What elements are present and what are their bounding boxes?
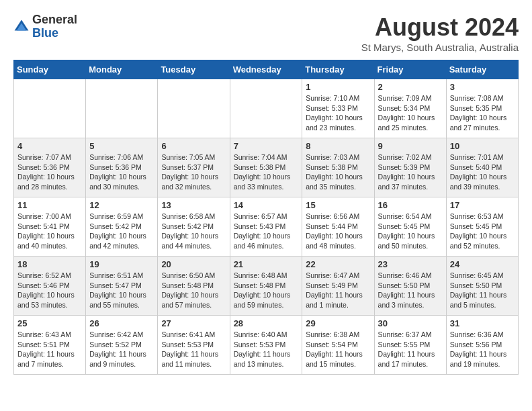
calendar-cell: 3Sunrise: 7:08 AM Sunset: 5:35 PM Daylig… [446, 79, 518, 138]
calendar-week-row: 25Sunrise: 6:43 AM Sunset: 5:51 PM Dayli… [14, 316, 519, 375]
calendar-cell: 19Sunrise: 6:51 AM Sunset: 5:47 PM Dayli… [86, 257, 158, 316]
day-number: 27 [161, 318, 226, 328]
day-info: Sunrise: 7:04 AM Sunset: 5:38 PM Dayligh… [234, 152, 299, 192]
logo: General Blue [13, 13, 77, 40]
title-area: August 2024 St Marys, South Australia, A… [361, 13, 519, 53]
calendar-cell: 18Sunrise: 6:52 AM Sunset: 5:46 PM Dayli… [14, 257, 86, 316]
day-number: 11 [17, 200, 82, 210]
day-number: 25 [17, 318, 82, 328]
day-info: Sunrise: 6:52 AM Sunset: 5:46 PM Dayligh… [17, 271, 82, 310]
location: St Marys, South Australia, Australia [361, 42, 519, 53]
calendar-cell: 21Sunrise: 6:48 AM Sunset: 5:48 PM Dayli… [230, 257, 302, 316]
day-info: Sunrise: 6:51 AM Sunset: 5:47 PM Dayligh… [89, 271, 154, 310]
calendar-cell: 28Sunrise: 6:40 AM Sunset: 5:53 PM Dayli… [230, 316, 302, 375]
day-number: 23 [378, 259, 443, 269]
day-info: Sunrise: 7:05 AM Sunset: 5:37 PM Dayligh… [161, 152, 226, 192]
weekday-header: Friday [374, 60, 446, 79]
day-number: 17 [450, 200, 515, 210]
calendar-table: SundayMondayTuesdayWednesdayThursdayFrid… [13, 60, 519, 375]
calendar-cell [86, 79, 158, 138]
day-number: 14 [234, 200, 299, 210]
weekday-header: Sunday [14, 60, 86, 79]
calendar-cell: 31Sunrise: 6:36 AM Sunset: 5:56 PM Dayli… [446, 316, 518, 375]
weekday-header: Monday [86, 60, 158, 79]
day-info: Sunrise: 6:36 AM Sunset: 5:56 PM Dayligh… [450, 330, 515, 369]
day-info: Sunrise: 6:57 AM Sunset: 5:43 PM Dayligh… [234, 212, 299, 251]
calendar-cell: 20Sunrise: 6:50 AM Sunset: 5:48 PM Dayli… [158, 257, 230, 316]
calendar-cell: 14Sunrise: 6:57 AM Sunset: 5:43 PM Dayli… [230, 197, 302, 257]
day-info: Sunrise: 6:38 AM Sunset: 5:54 PM Dayligh… [306, 330, 370, 369]
calendar-cell: 25Sunrise: 6:43 AM Sunset: 5:51 PM Dayli… [14, 316, 86, 375]
calendar-cell: 12Sunrise: 6:59 AM Sunset: 5:42 PM Dayli… [86, 197, 158, 257]
logo-general: General [32, 13, 77, 27]
calendar-cell: 6Sunrise: 7:05 AM Sunset: 5:37 PM Daylig… [158, 138, 230, 197]
day-info: Sunrise: 6:41 AM Sunset: 5:53 PM Dayligh… [161, 330, 226, 369]
calendar-cell: 22Sunrise: 6:47 AM Sunset: 5:49 PM Dayli… [302, 257, 374, 316]
day-number: 10 [450, 141, 515, 151]
day-info: Sunrise: 6:45 AM Sunset: 5:50 PM Dayligh… [450, 271, 515, 310]
calendar-cell: 11Sunrise: 7:00 AM Sunset: 5:41 PM Dayli… [14, 197, 86, 257]
day-number: 22 [306, 259, 370, 269]
calendar-cell: 7Sunrise: 7:04 AM Sunset: 5:38 PM Daylig… [230, 138, 302, 197]
day-number: 13 [161, 200, 226, 210]
weekday-header: Saturday [446, 60, 518, 79]
day-number: 9 [378, 141, 443, 151]
day-info: Sunrise: 7:02 AM Sunset: 5:39 PM Dayligh… [378, 152, 443, 192]
calendar-cell: 1Sunrise: 7:10 AM Sunset: 5:33 PM Daylig… [302, 79, 374, 138]
day-info: Sunrise: 6:42 AM Sunset: 5:52 PM Dayligh… [89, 330, 154, 369]
calendar-cell: 2Sunrise: 7:09 AM Sunset: 5:34 PM Daylig… [374, 79, 446, 138]
calendar-cell: 27Sunrise: 6:41 AM Sunset: 5:53 PM Dayli… [158, 316, 230, 375]
day-info: Sunrise: 7:03 AM Sunset: 5:38 PM Dayligh… [306, 152, 370, 192]
calendar-week-row: 4Sunrise: 7:07 AM Sunset: 5:36 PM Daylig… [14, 138, 519, 197]
calendar-cell: 17Sunrise: 6:53 AM Sunset: 5:45 PM Dayli… [446, 197, 518, 257]
day-number: 26 [89, 318, 154, 328]
day-number: 24 [450, 259, 515, 269]
day-info: Sunrise: 6:50 AM Sunset: 5:48 PM Dayligh… [161, 271, 226, 310]
day-info: Sunrise: 6:58 AM Sunset: 5:42 PM Dayligh… [161, 212, 226, 251]
day-number: 8 [306, 141, 370, 151]
calendar-cell [158, 79, 230, 138]
day-info: Sunrise: 6:53 AM Sunset: 5:45 PM Dayligh… [450, 212, 515, 251]
calendar-cell [230, 79, 302, 138]
day-number: 4 [17, 141, 82, 151]
day-number: 1 [306, 82, 370, 92]
calendar-cell [14, 79, 86, 138]
day-number: 30 [378, 318, 443, 328]
day-info: Sunrise: 6:43 AM Sunset: 5:51 PM Dayligh… [17, 330, 82, 369]
day-info: Sunrise: 6:59 AM Sunset: 5:42 PM Dayligh… [89, 212, 154, 251]
calendar-cell: 30Sunrise: 6:37 AM Sunset: 5:55 PM Dayli… [374, 316, 446, 375]
day-number: 2 [378, 82, 443, 92]
day-info: Sunrise: 7:01 AM Sunset: 5:40 PM Dayligh… [450, 152, 515, 192]
day-info: Sunrise: 7:10 AM Sunset: 5:33 PM Dayligh… [306, 93, 370, 133]
weekday-header: Wednesday [230, 60, 302, 79]
day-info: Sunrise: 6:40 AM Sunset: 5:53 PM Dayligh… [234, 330, 299, 369]
calendar-week-row: 1Sunrise: 7:10 AM Sunset: 5:33 PM Daylig… [14, 79, 519, 138]
calendar-cell: 16Sunrise: 6:54 AM Sunset: 5:45 PM Dayli… [374, 197, 446, 257]
header-row: SundayMondayTuesdayWednesdayThursdayFrid… [14, 60, 519, 79]
day-number: 29 [306, 318, 370, 328]
weekday-header: Tuesday [158, 60, 230, 79]
day-number: 28 [234, 318, 299, 328]
logo-blue: Blue [32, 27, 77, 40]
day-info: Sunrise: 6:37 AM Sunset: 5:55 PM Dayligh… [378, 330, 443, 369]
logo-text: General Blue [32, 13, 77, 40]
calendar-cell: 8Sunrise: 7:03 AM Sunset: 5:38 PM Daylig… [302, 138, 374, 197]
day-info: Sunrise: 7:08 AM Sunset: 5:35 PM Dayligh… [450, 93, 515, 133]
calendar-cell: 4Sunrise: 7:07 AM Sunset: 5:36 PM Daylig… [14, 138, 86, 197]
day-number: 6 [161, 141, 226, 151]
day-info: Sunrise: 6:54 AM Sunset: 5:45 PM Dayligh… [378, 212, 443, 251]
calendar-week-row: 11Sunrise: 7:00 AM Sunset: 5:41 PM Dayli… [14, 197, 519, 257]
calendar-week-row: 18Sunrise: 6:52 AM Sunset: 5:46 PM Dayli… [14, 257, 519, 316]
calendar-cell: 15Sunrise: 6:56 AM Sunset: 5:44 PM Dayli… [302, 197, 374, 257]
weekday-header: Thursday [302, 60, 374, 79]
day-info: Sunrise: 6:56 AM Sunset: 5:44 PM Dayligh… [306, 212, 370, 251]
day-info: Sunrise: 7:07 AM Sunset: 5:36 PM Dayligh… [17, 152, 82, 192]
calendar-cell: 9Sunrise: 7:02 AM Sunset: 5:39 PM Daylig… [374, 138, 446, 197]
day-number: 15 [306, 200, 370, 210]
day-number: 19 [89, 259, 154, 269]
calendar-cell: 23Sunrise: 6:46 AM Sunset: 5:50 PM Dayli… [374, 257, 446, 316]
day-number: 21 [234, 259, 299, 269]
day-number: 20 [161, 259, 226, 269]
day-info: Sunrise: 6:46 AM Sunset: 5:50 PM Dayligh… [378, 271, 443, 310]
day-number: 31 [450, 318, 515, 328]
